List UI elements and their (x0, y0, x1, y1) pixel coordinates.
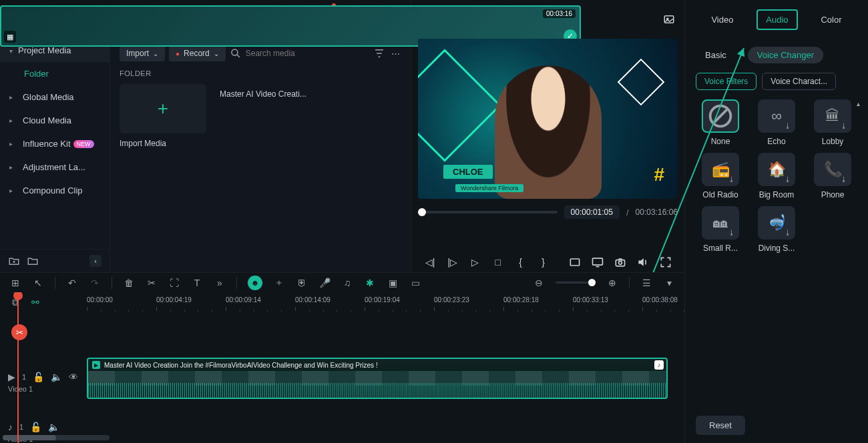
sidebar-item-adjustment-layer[interactable]: ▸Adjustment La... (0, 155, 110, 179)
timeline-ruler[interactable]: 00:00:0000:00:04:1900:00:09:1400:00:14:0… (87, 292, 684, 312)
mute-icon[interactable]: 🔈 (51, 372, 62, 382)
camera-icon[interactable] (614, 256, 627, 269)
voice-big-room[interactable]: 🏠⭳Big Room (752, 153, 801, 199)
voice-diving[interactable]: 🤿⭳Diving S... (752, 206, 801, 253)
collapse-sidebar-icon[interactable]: ‹ (89, 255, 101, 267)
marker-snap-icon[interactable]: ✱ (364, 277, 376, 289)
reset-button[interactable]: Reset (696, 416, 745, 435)
folder-icon[interactable] (27, 255, 39, 267)
audio-track[interactable] (87, 412, 684, 443)
snapshot-icon[interactable] (663, 13, 675, 25)
media-clip-card[interactable]: 00:03:16 ▦ ✓ Master AI Video Creati... (220, 84, 306, 148)
zoom-thumb[interactable] (588, 279, 596, 286)
media-sidebar: ▾Project Media Folder ▸Global Media ▸Clo… (0, 39, 411, 272)
sidebar-list: ▾Project Media Folder ▸Global Media ▸Clo… (0, 39, 110, 272)
ruler-tick: 00:00:38:08 (642, 296, 678, 304)
new-folder-icon[interactable] (8, 255, 20, 267)
sidebar-item-folder[interactable]: Folder (0, 62, 110, 85)
media-grid: + Import Media 00:03:16 ▦ ✓ Master AI Vi… (120, 84, 401, 148)
lock-icon[interactable]: 🔓 (33, 372, 44, 382)
sidebar-item-cloud-media[interactable]: ▸Cloud Media (0, 109, 110, 132)
svg-rect-11 (593, 258, 603, 265)
video-track[interactable]: ▶ Master AI Video Creation Join the #Fil… (87, 352, 684, 412)
mute-icon[interactable]: 🔈 (48, 422, 59, 432)
cut-icon[interactable]: ✂ (146, 277, 158, 289)
shield-icon[interactable]: ⛨ (296, 277, 308, 289)
voice-lobby[interactable]: 🏛⭳Lobby (808, 99, 857, 146)
mic-icon[interactable]: 🎤 (318, 277, 331, 289)
voice-label: Diving S... (758, 244, 795, 253)
redo-icon[interactable]: ↷ (89, 277, 101, 289)
chip-voice-filters[interactable]: Voice Filters (696, 73, 756, 90)
ai-icon[interactable]: ☻ (248, 276, 262, 290)
chip-voice-character[interactable]: Voice Charact... (762, 73, 836, 90)
pointer-icon[interactable]: ↖ (32, 277, 44, 289)
mixer-icon[interactable]: ☰ (640, 277, 652, 289)
inspector-tab-video[interactable]: Video (703, 11, 741, 29)
voice-old-radio[interactable]: 📻⭳Old Radio (696, 153, 745, 199)
voice-none[interactable]: None (696, 99, 745, 146)
overlap-icon[interactable]: ▣ (387, 277, 399, 289)
more-tools-icon[interactable]: » (214, 277, 226, 289)
volume-icon[interactable] (636, 256, 650, 269)
inspector-tab-color[interactable]: Color (813, 11, 849, 29)
cut-marker[interactable]: ✂ (11, 324, 27, 340)
sidebar-item-compound-clip[interactable]: ▸Compound Clip (0, 179, 110, 202)
inspector-tab-audio[interactable]: Audio (756, 9, 797, 30)
play-icon[interactable]: ▷ (469, 256, 482, 269)
zoom-out-icon[interactable]: ⊖ (533, 277, 545, 289)
delete-icon[interactable]: 🗑 (123, 277, 135, 289)
phone-icon: 📞⭳ (814, 153, 851, 186)
sidebar-item-global-media[interactable]: ▸Global Media (0, 85, 110, 109)
import-media-card[interactable]: + Import Media (120, 84, 206, 148)
horizontal-scrollbar[interactable] (3, 435, 110, 440)
settings-icon[interactable]: ▾ (663, 277, 675, 289)
voice-phone[interactable]: 📞⭳Phone (808, 153, 857, 199)
video-preview[interactable]: # CHLOE Wondershare Filmora (418, 39, 678, 199)
search-input[interactable] (246, 46, 326, 61)
link-icon[interactable]: ⚯ (29, 296, 41, 308)
text-icon[interactable]: T (191, 277, 203, 289)
visibility-icon[interactable]: 👁 (69, 372, 78, 382)
grid-icon[interactable]: ⊞ (9, 277, 21, 289)
sidebar-item-influence-kit[interactable]: ▸Influence KitNEW (0, 132, 110, 155)
import-media-thumb[interactable]: + (120, 84, 206, 133)
zoom-in-icon[interactable]: ⊕ (606, 277, 618, 289)
filter-icon[interactable] (373, 47, 385, 59)
prev-frame-icon[interactable]: ◁| (423, 256, 437, 269)
media-toolbar: Import⌄ ●Record⌄ ⋯ (120, 45, 401, 61)
ruler-tick: 00:00:19:04 (365, 296, 400, 304)
fullscreen-icon[interactable] (659, 256, 672, 269)
video-clip[interactable]: ▶ Master AI Video Creation Join the #Fil… (87, 358, 668, 399)
more-icon[interactable]: ⋯ (389, 47, 401, 59)
subtab-voice-changer[interactable]: Voice Changer (748, 47, 823, 63)
mark-out-icon[interactable]: } (537, 256, 550, 269)
next-frame-icon[interactable]: |▷ (446, 256, 459, 269)
import-dropdown[interactable]: Import⌄ (120, 45, 165, 61)
display-icon[interactable] (591, 256, 604, 269)
record-dropdown[interactable]: ●Record⌄ (169, 45, 226, 61)
download-icon: ⭳ (728, 175, 738, 185)
voice-echo[interactable]: ∞⭳Echo (752, 99, 801, 146)
mark-in-icon[interactable]: { (514, 256, 527, 269)
player-scrubber: 00:00:01:05 / 00:03:16:06 (418, 205, 678, 219)
aspect-icon[interactable] (568, 256, 582, 269)
voice-small-room[interactable]: 🏘⭳Small R... (696, 206, 745, 253)
video-track-icon: ▶ (8, 372, 15, 382)
scrub-thumb[interactable] (418, 208, 426, 216)
stop-icon[interactable]: □ (491, 256, 505, 269)
lock-icon[interactable]: 🔓 (30, 422, 41, 432)
undo-icon[interactable]: ↶ (66, 277, 78, 289)
playhead[interactable] (17, 292, 19, 443)
zoom-slider[interactable] (556, 282, 596, 284)
collapse-caret-icon[interactable]: ▴ (857, 100, 860, 107)
sparkle-icon[interactable]: ✦ (273, 277, 285, 289)
svg-point-9 (232, 49, 238, 55)
crop-icon[interactable]: ⛶ (168, 277, 180, 289)
new-badge: NEW (73, 140, 94, 148)
music-icon[interactable]: ♫ (341, 277, 353, 289)
ratio-icon[interactable]: ▭ (409, 277, 421, 289)
scrollbar-thumb[interactable] (3, 435, 56, 440)
scrub-track[interactable] (418, 211, 558, 213)
subtab-basic[interactable]: Basic (696, 47, 736, 63)
